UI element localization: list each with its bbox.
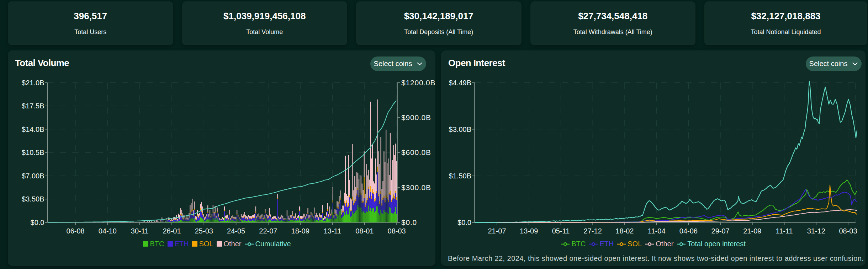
svg-text:08-03: 08-03 xyxy=(839,227,857,235)
svg-text:21-07: 21-07 xyxy=(488,227,506,235)
svg-text:$600.0B: $600.0B xyxy=(401,148,431,156)
svg-text:$14.0B: $14.0B xyxy=(22,125,44,133)
svg-text:13-11: 13-11 xyxy=(324,227,342,235)
svg-text:$3.50B: $3.50B xyxy=(22,195,44,203)
svg-text:$10.5B: $10.5B xyxy=(22,149,44,156)
svg-text:$0.0: $0.0 xyxy=(457,219,471,226)
svg-text:$0.0: $0.0 xyxy=(401,218,417,226)
svg-text:$7.00B: $7.00B xyxy=(22,172,44,180)
svg-text:18-09: 18-09 xyxy=(291,227,309,235)
svg-text:$3.00B: $3.00B xyxy=(449,125,471,133)
svg-text:04-06: 04-06 xyxy=(679,227,698,235)
svg-text:08-01: 08-01 xyxy=(355,227,374,235)
svg-text:11-11: 11-11 xyxy=(776,227,793,235)
svg-text:$17.5B: $17.5B xyxy=(22,102,44,110)
svg-text:27-12: 27-12 xyxy=(584,227,602,235)
svg-text:04-10: 04-10 xyxy=(99,227,117,235)
svg-text:$21.0B: $21.0B xyxy=(22,79,44,87)
svg-text:05-11: 05-11 xyxy=(552,227,570,235)
svg-text:31-12: 31-12 xyxy=(807,227,825,235)
svg-text:29-07: 29-07 xyxy=(711,227,730,235)
svg-text:$1.50B: $1.50B xyxy=(449,172,471,180)
svg-text:21-09: 21-09 xyxy=(743,227,761,235)
svg-text:26-01: 26-01 xyxy=(163,227,181,235)
svg-text:$1200.0B: $1200.0B xyxy=(401,79,435,87)
svg-text:18-02: 18-02 xyxy=(615,227,634,235)
svg-text:$300.0B: $300.0B xyxy=(401,183,431,192)
svg-text:22-07: 22-07 xyxy=(259,227,277,235)
svg-text:25-03: 25-03 xyxy=(195,227,213,235)
svg-text:08-03: 08-03 xyxy=(388,227,406,235)
svg-text:30-11: 30-11 xyxy=(131,227,149,235)
svg-text:13-09: 13-09 xyxy=(520,227,538,235)
svg-text:$4.49B: $4.49B xyxy=(449,79,471,87)
svg-text:06-08: 06-08 xyxy=(67,227,85,235)
svg-text:$0.0: $0.0 xyxy=(31,219,44,226)
svg-text:11-04: 11-04 xyxy=(648,227,666,235)
svg-text:24-05: 24-05 xyxy=(227,227,245,235)
svg-text:$900.0B: $900.0B xyxy=(401,113,431,122)
